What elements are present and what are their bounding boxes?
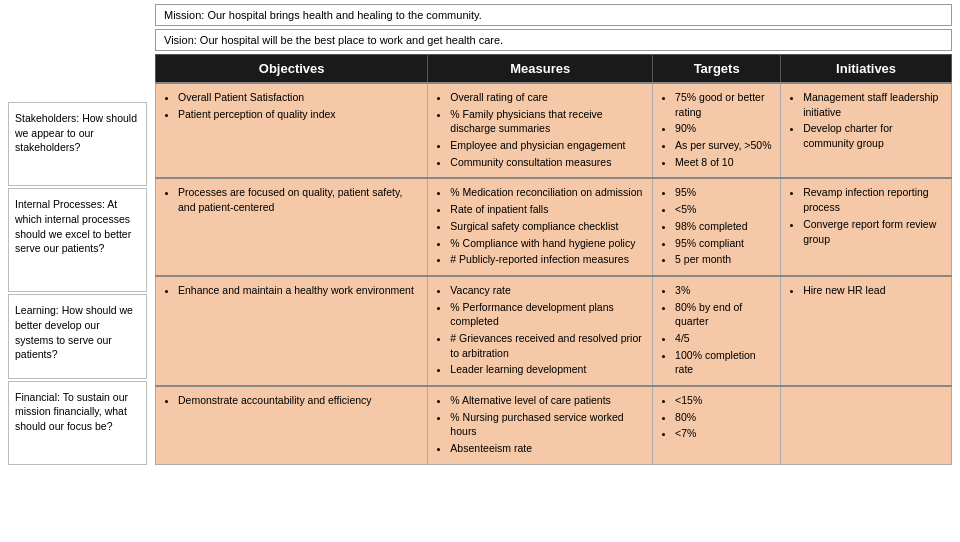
target-item: 80% bbox=[675, 410, 772, 425]
initiatives-cell-3 bbox=[781, 386, 952, 464]
vision-text: Vision: Our hospital will be the best pl… bbox=[164, 34, 503, 46]
vision-box: Vision: Our hospital will be the best pl… bbox=[155, 29, 952, 51]
target-item: Meet 8 of 10 bbox=[675, 155, 772, 170]
measure-item: Vacancy rate bbox=[450, 283, 644, 298]
measures-header: Measures bbox=[428, 55, 653, 84]
measures-cell-1: % Medication reconciliation on admission… bbox=[428, 178, 653, 275]
target-item: As per survey, >50% bbox=[675, 138, 772, 153]
measure-item: % Compliance with hand hygiene policy bbox=[450, 236, 644, 251]
target-item: 95% bbox=[675, 185, 772, 200]
internal-section: Internal Processes: At which internal pr… bbox=[8, 188, 147, 292]
learning-section: Learning: How should we better develop o… bbox=[8, 294, 147, 378]
initiatives-cell-0: Management staff leadership initiativeDe… bbox=[781, 83, 952, 178]
objective-item: Enhance and maintain a healthy work envi… bbox=[178, 283, 419, 298]
measures-cell-2: Vacancy rate% Performance development pl… bbox=[428, 276, 653, 386]
measure-item: % Family physicians that receive dischar… bbox=[450, 107, 644, 136]
measure-item: Overall rating of care bbox=[450, 90, 644, 105]
table-row: Demonstrate accountability and efficienc… bbox=[156, 386, 952, 464]
learning-label: Learning: bbox=[15, 304, 59, 316]
measure-item: Community consultation measures bbox=[450, 155, 644, 170]
mission-box: Mission: Our hospital brings health and … bbox=[155, 4, 952, 26]
measure-item: Absenteeism rate bbox=[450, 441, 644, 456]
measure-item: Surgical safety compliance checklist bbox=[450, 219, 644, 234]
initiatives-cell-2: Hire new HR lead bbox=[781, 276, 952, 386]
objectives-cell-0: Overall Patient SatisfactionPatient perc… bbox=[156, 83, 428, 178]
page-container: Stakeholders: How should we appear to ou… bbox=[0, 0, 960, 473]
targets-cell-2: 3%80% by end of quarter4/5100% completio… bbox=[653, 276, 781, 386]
objectives-cell-3: Demonstrate accountability and efficienc… bbox=[156, 386, 428, 464]
right-panel: Mission: Our hospital brings health and … bbox=[155, 0, 960, 473]
measure-item: Leader learning development bbox=[450, 362, 644, 377]
table-row: Processes are focused on quality, patien… bbox=[156, 178, 952, 275]
initiative-item: Develop charter for community group bbox=[803, 121, 943, 150]
target-item: 3% bbox=[675, 283, 772, 298]
objective-item: Patient perception of quality index bbox=[178, 107, 419, 122]
main-table: Objectives Measures Targets Initiatives … bbox=[155, 54, 952, 465]
initiative-item: Management staff leadership initiative bbox=[803, 90, 943, 119]
initiative-item: Revamp infection reporting process bbox=[803, 185, 943, 214]
target-item: <5% bbox=[675, 202, 772, 217]
measure-item: % Nursing purchased service worked hours bbox=[450, 410, 644, 439]
measure-item: % Performance development plans complete… bbox=[450, 300, 644, 329]
left-panel: Stakeholders: How should we appear to ou… bbox=[0, 0, 155, 473]
objectives-cell-1: Processes are focused on quality, patien… bbox=[156, 178, 428, 275]
measure-item: # Publicly-reported infection measures bbox=[450, 252, 644, 267]
target-item: 90% bbox=[675, 121, 772, 136]
table-row: Enhance and maintain a healthy work envi… bbox=[156, 276, 952, 386]
objectives-header: Objectives bbox=[156, 55, 428, 84]
objectives-cell-2: Enhance and maintain a healthy work envi… bbox=[156, 276, 428, 386]
objective-item: Overall Patient Satisfaction bbox=[178, 90, 419, 105]
target-item: 5 per month bbox=[675, 252, 772, 267]
target-item: <7% bbox=[675, 426, 772, 441]
measure-item: # Grievances received and resolved prior… bbox=[450, 331, 644, 360]
internal-label: Internal Processes: bbox=[15, 198, 105, 210]
measure-item: % Medication reconciliation on admission bbox=[450, 185, 644, 200]
targets-cell-0: 75% good or better rating90%As per surve… bbox=[653, 83, 781, 178]
measure-item: Employee and physician engagement bbox=[450, 138, 644, 153]
table-row: Overall Patient SatisfactionPatient perc… bbox=[156, 83, 952, 178]
measure-item: % Alternative level of care patients bbox=[450, 393, 644, 408]
target-item: 98% completed bbox=[675, 219, 772, 234]
objective-item: Processes are focused on quality, patien… bbox=[178, 185, 419, 214]
target-item: 100% completion rate bbox=[675, 348, 772, 377]
measures-cell-3: % Alternative level of care patients% Nu… bbox=[428, 386, 653, 464]
target-item: 95% compliant bbox=[675, 236, 772, 251]
initiative-item: Converge report form review group bbox=[803, 217, 943, 246]
stakeholders-label: Stakeholders: bbox=[15, 112, 79, 124]
measure-item: Rate of inpatient falls bbox=[450, 202, 644, 217]
initiative-item: Hire new HR lead bbox=[803, 283, 943, 298]
target-item: 75% good or better rating bbox=[675, 90, 772, 119]
table-header-row: Objectives Measures Targets Initiatives bbox=[156, 55, 952, 84]
target-item: 4/5 bbox=[675, 331, 772, 346]
stakeholders-section: Stakeholders: How should we appear to ou… bbox=[8, 102, 147, 186]
initiatives-header: Initiatives bbox=[781, 55, 952, 84]
financial-label: Financial: bbox=[15, 391, 60, 403]
target-item: 80% by end of quarter bbox=[675, 300, 772, 329]
targets-cell-1: 95%<5%98% completed95% compliant5 per mo… bbox=[653, 178, 781, 275]
targets-header: Targets bbox=[653, 55, 781, 84]
target-item: <15% bbox=[675, 393, 772, 408]
measures-cell-0: Overall rating of care% Family physician… bbox=[428, 83, 653, 178]
objective-item: Demonstrate accountability and efficienc… bbox=[178, 393, 419, 408]
financial-section: Financial: To sustain our mission financ… bbox=[8, 381, 147, 465]
initiatives-cell-1: Revamp infection reporting processConver… bbox=[781, 178, 952, 275]
targets-cell-3: <15%80%<7% bbox=[653, 386, 781, 464]
mission-text: Mission: Our hospital brings health and … bbox=[164, 9, 482, 21]
